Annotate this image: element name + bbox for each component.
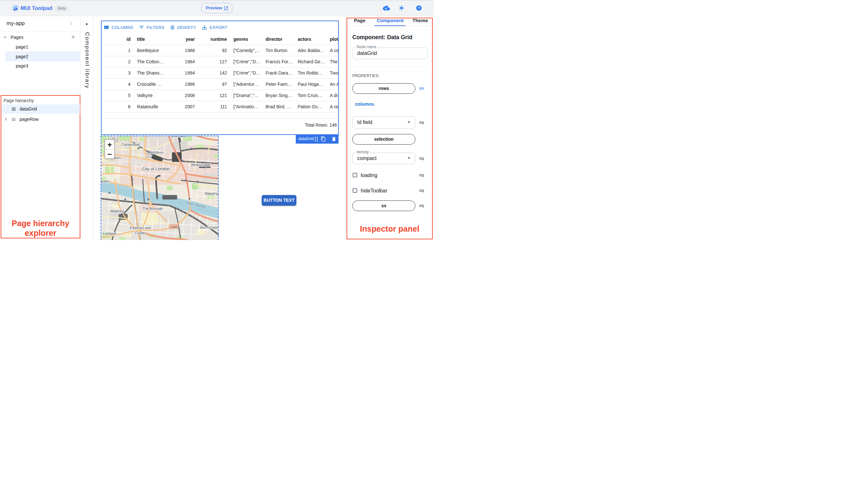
svg-text:?: ? [418, 6, 420, 10]
